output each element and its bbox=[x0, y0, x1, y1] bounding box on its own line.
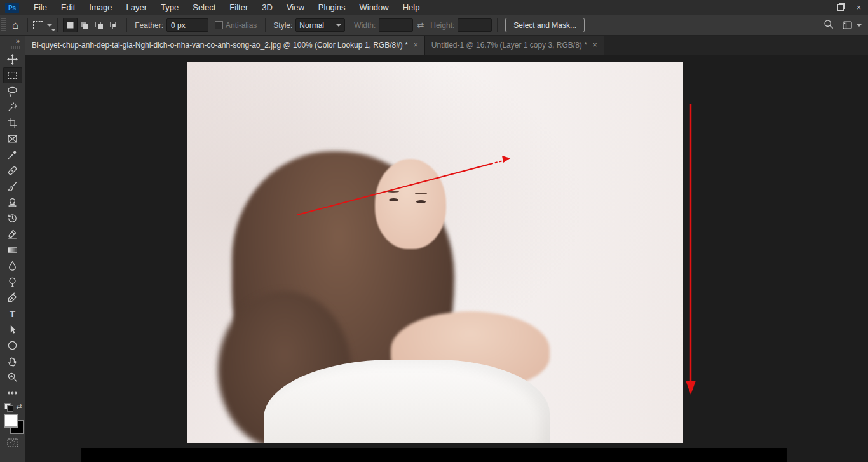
photoshop-window: Ps File Edit Image Layer Type Select Fil… bbox=[0, 0, 868, 462]
